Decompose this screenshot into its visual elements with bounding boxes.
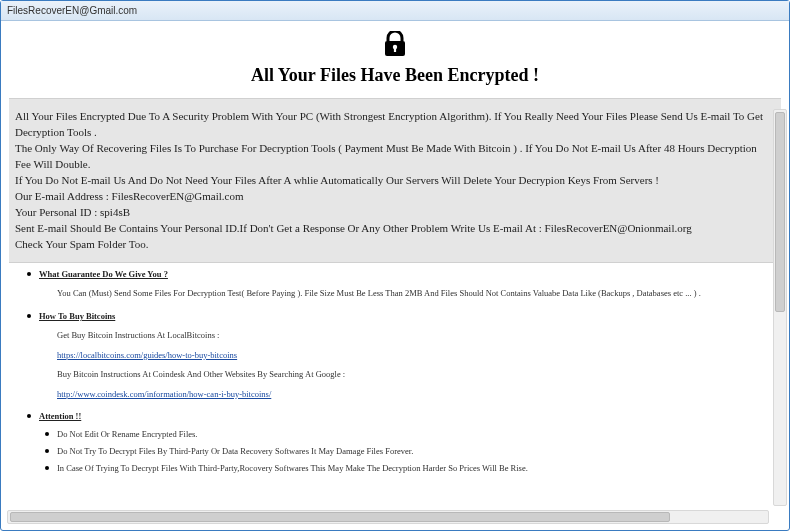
attention-item: Do Not Try To Decrypt Files By Third-Par… — [57, 446, 779, 456]
horizontal-scrollbar[interactable] — [7, 510, 769, 524]
content-area: All Your Files Have Been Encrypted ! All… — [1, 21, 789, 530]
section-guarantee: What Guarantee Do We Give You ? You Can … — [11, 269, 779, 301]
bitcoin-link[interactable]: http://www.coindesk.com/information/how-… — [57, 389, 271, 399]
msg-line: Check Your Spam Folder Too. — [15, 237, 775, 253]
msg-line: All Your Files Encrypted Due To A Securi… — [15, 109, 775, 141]
horizontal-scrollbar-thumb[interactable] — [10, 512, 670, 522]
section-heading: What Guarantee Do We Give You ? — [39, 269, 779, 279]
window-title: FilesRecoverEN@Gmail.com — [7, 5, 137, 16]
msg-line: If You Do Not E-mail Us And Do Not Need … — [15, 173, 775, 189]
svg-rect-2 — [394, 47, 396, 52]
info-sections: What Guarantee Do We Give You ? You Can … — [9, 263, 781, 473]
bitcoin-text: Get Buy Bitcoin Instructions At LocalBit… — [57, 329, 779, 343]
bitcoin-text: Buy Bitcoin Instructions At Coindesk And… — [57, 368, 779, 382]
section-attention: Attention !! Do Not Edit Or Rename Encry… — [11, 411, 779, 473]
section-heading: Attention !! — [39, 411, 779, 421]
guarantee-text: You Can (Must) Send Some Files For Decry… — [57, 287, 779, 301]
msg-line: The Only Way Of Recovering Files Is To P… — [15, 141, 775, 173]
msg-alt-email: Sent E-mail Should Be Contains Your Pers… — [15, 221, 775, 237]
page-title: All Your Files Have Been Encrypted ! — [9, 65, 781, 86]
vertical-scrollbar-thumb[interactable] — [775, 112, 785, 312]
ransom-message: All Your Files Encrypted Due To A Securi… — [9, 98, 781, 263]
titlebar[interactable]: FilesRecoverEN@Gmail.com — [1, 1, 789, 21]
attention-item: In Case Of Trying To Decrypt Files With … — [57, 463, 779, 473]
section-bitcoin: How To Buy Bitcoins Get Buy Bitcoin Inst… — [11, 311, 779, 401]
section-heading: How To Buy Bitcoins — [39, 311, 779, 321]
msg-email: Our E-mail Address : FilesRecoverEN@Gmai… — [15, 189, 775, 205]
attention-item: Do Not Edit Or Rename Encrypted Files. — [57, 429, 779, 439]
msg-personal-id: Your Personal ID : spi4sB — [15, 205, 775, 221]
bitcoin-link[interactable]: https://localbitcoins.com/guides/how-to-… — [57, 350, 237, 360]
ransom-window: FilesRecoverEN@Gmail.com All Your Files … — [0, 0, 790, 531]
vertical-scrollbar[interactable] — [773, 109, 787, 506]
lock-icon — [9, 31, 781, 61]
